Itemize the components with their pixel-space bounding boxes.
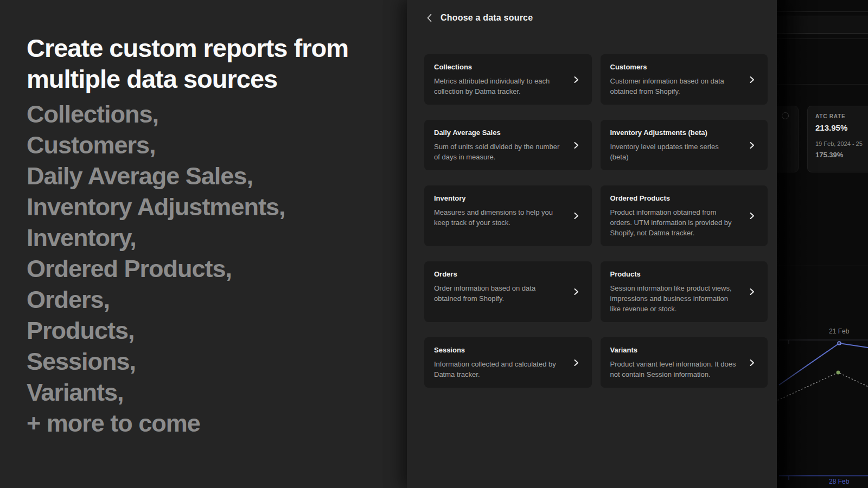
stat-label: ATC RATE	[815, 113, 868, 119]
card-description: Metrics attributed individually to each …	[434, 76, 561, 97]
chevron-right-icon	[572, 142, 580, 149]
background-dashboard: % ATC RATE 213.95% 19 Feb, 2024 - 25 175…	[777, 0, 868, 488]
chevron-right-icon	[572, 76, 580, 84]
chevron-right-icon	[572, 359, 580, 367]
card-title: Inventory Adjustments (beta)	[610, 129, 738, 137]
data-source-card-products[interactable]: Products Session information like produc…	[601, 261, 768, 322]
back-chevron-icon	[427, 14, 432, 22]
promo-source-item: Ordered Products,	[27, 253, 285, 284]
card-title: Orders	[434, 270, 561, 278]
data-source-grid: Collections Metrics attributed individua…	[424, 54, 768, 388]
stat-secondary-value: 175.39%	[815, 151, 868, 159]
promo-headline-line1: Create custom reports from	[27, 33, 348, 63]
data-source-card-collections[interactable]: Collections Metrics attributed individua…	[424, 54, 592, 105]
stat-period: 19 Feb, 2024 - 25	[815, 140, 868, 147]
card-description: Sum of units sold divided by the number …	[434, 142, 561, 162]
chevron-right-icon	[748, 76, 756, 84]
card-description: Order information based on data obtained…	[434, 283, 561, 304]
card-description: Session information like product views, …	[610, 283, 738, 314]
promo-source-item: Inventory,	[27, 222, 285, 253]
promo-source-item: Orders,	[27, 284, 285, 315]
chart-date-label-bottom: 28 Feb	[829, 478, 849, 485]
promo-source-item: Customers,	[27, 130, 285, 160]
card-title: Customers	[610, 63, 738, 71]
chevron-right-icon	[572, 212, 580, 220]
data-source-card-daily-average-sales[interactable]: Daily Average Sales Sum of units sold di…	[424, 120, 592, 170]
card-title: Sessions	[434, 346, 561, 354]
screenshot-stage: % ATC RATE 213.95% 19 Feb, 2024 - 25 175…	[0, 0, 868, 488]
card-description: Product information obtained from orders…	[610, 207, 738, 238]
promo-source-item: Daily Average Sales,	[27, 160, 285, 191]
data-source-card-sessions[interactable]: Sessions Information collected and calcu…	[424, 337, 592, 388]
card-title: Inventory	[434, 194, 561, 202]
card-description: Customer information based on data obtai…	[610, 76, 738, 97]
modal-title: Choose a data source	[441, 13, 533, 23]
modal-shadow-overlay	[777, 0, 809, 488]
card-description: Product variant level information. It do…	[610, 359, 738, 380]
chevron-right-icon	[748, 288, 756, 296]
promo-source-item: Variants,	[27, 377, 285, 408]
promo-source-item: Sessions,	[27, 346, 285, 377]
blue-data-point	[838, 342, 841, 345]
chevron-right-icon	[748, 142, 756, 149]
stat-value: 213.95%	[815, 123, 868, 132]
card-title: Collections	[434, 63, 561, 71]
card-description: Inventory level updates time series (bet…	[610, 142, 738, 162]
promo-headline: Create custom reports from multiple data…	[27, 33, 348, 94]
stat-card-atc-rate: ATC RATE 213.95% 19 Feb, 2024 - 25 175.3…	[807, 106, 868, 172]
data-source-card-ordered-products[interactable]: Ordered Products Product information obt…	[601, 185, 768, 246]
promo-source-item: Products,	[27, 315, 285, 346]
card-description: Measures and dimensions to help you keep…	[434, 207, 561, 228]
chevron-right-icon	[748, 212, 756, 220]
promo-headline-line2: multiple data sources	[27, 63, 348, 94]
card-title: Daily Average Sales	[434, 129, 561, 137]
promo-source-item: Collections,	[27, 99, 285, 130]
promo-source-item: + more to come	[27, 408, 285, 439]
data-source-modal: Choose a data source Collections Metrics…	[407, 0, 777, 488]
modal-header: Choose a data source	[407, 0, 777, 24]
data-source-card-customers[interactable]: Customers Customer information based on …	[601, 54, 768, 105]
promo-source-list: Collections, Customers, Daily Average Sa…	[27, 99, 285, 439]
data-source-card-orders[interactable]: Orders Order information based on data o…	[424, 261, 592, 322]
promo-panel: Create custom reports from multiple data…	[0, 0, 407, 488]
card-description: Information collected and calculated by …	[434, 359, 561, 380]
data-source-card-inventory[interactable]: Inventory Measures and dimensions to hel…	[424, 185, 592, 246]
promo-source-item: Inventory Adjustments,	[27, 191, 285, 222]
data-source-card-variants[interactable]: Variants Product variant level informati…	[601, 337, 768, 388]
card-title: Products	[610, 270, 738, 278]
card-title: Ordered Products	[610, 194, 738, 202]
green-data-point	[837, 371, 840, 375]
card-title: Variants	[610, 346, 738, 354]
back-button[interactable]	[424, 12, 434, 24]
chevron-right-icon	[572, 288, 580, 296]
chevron-right-icon	[748, 359, 756, 367]
data-source-card-inventory-adjustments[interactable]: Inventory Adjustments (beta) Inventory l…	[601, 120, 768, 170]
